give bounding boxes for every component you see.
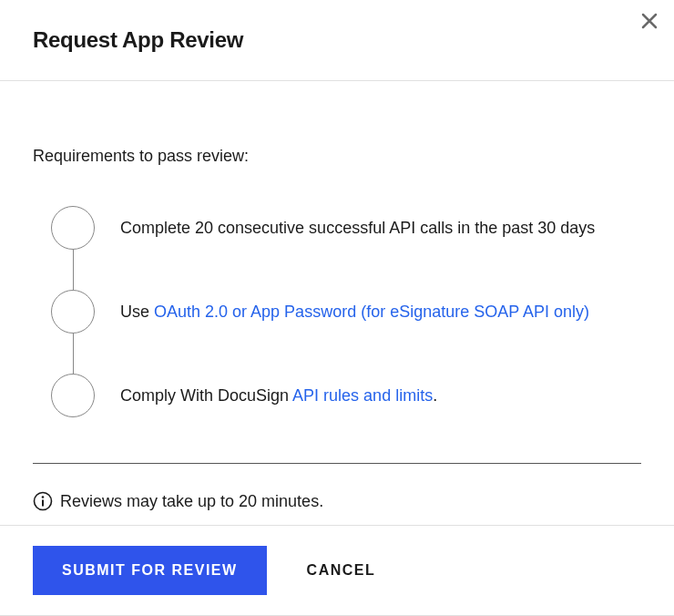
requirement-item: Use OAuth 2.0 or App Password (for eSign…	[51, 290, 641, 334]
requirement-prefix: Comply With DocuSign	[120, 386, 292, 405]
dialog-header: Request App Review	[0, 0, 674, 81]
connector-line	[73, 250, 74, 290]
info-row: Reviews may take up to 20 minutes.	[33, 491, 641, 511]
svg-rect-2	[42, 500, 44, 507]
requirement-text: Comply With DocuSign API rules and limit…	[120, 384, 437, 408]
info-text: Reviews may take up to 20 minutes.	[60, 492, 323, 511]
dialog-footer: SUBMIT FOR REVIEW CANCEL	[0, 525, 674, 616]
requirement-item: Complete 20 consecutive successful API c…	[51, 206, 641, 250]
requirement-label: Complete 20 consecutive successful API c…	[120, 219, 595, 237]
requirement-text: Complete 20 consecutive successful API c…	[120, 216, 595, 241]
requirement-suffix: .	[433, 386, 437, 405]
api-rules-link[interactable]: API rules and limits	[292, 386, 433, 405]
status-circle-icon	[51, 290, 95, 334]
connector-line	[73, 334, 74, 374]
svg-point-1	[42, 496, 45, 498]
status-circle-icon	[51, 206, 95, 250]
close-icon	[641, 11, 658, 34]
dialog-title: Request App Review	[33, 27, 641, 53]
oauth-link[interactable]: OAuth 2.0 or App Password (for eSignatur…	[154, 303, 589, 321]
submit-button[interactable]: SUBMIT FOR REVIEW	[33, 546, 267, 595]
cancel-button[interactable]: CANCEL	[307, 562, 376, 579]
requirement-item: Comply With DocuSign API rules and limit…	[51, 374, 641, 417]
requirements-list: Complete 20 consecutive successful API c…	[33, 206, 641, 417]
close-button[interactable]	[638, 9, 661, 36]
requirement-prefix: Use	[120, 303, 154, 321]
requirement-text: Use OAuth 2.0 or App Password (for eSign…	[120, 300, 589, 324]
info-icon	[33, 491, 53, 511]
requirements-heading: Requirements to pass review:	[33, 147, 641, 166]
divider	[33, 463, 641, 464]
status-circle-icon	[51, 374, 95, 417]
dialog-content: Requirements to pass review: Complete 20…	[0, 81, 674, 544]
